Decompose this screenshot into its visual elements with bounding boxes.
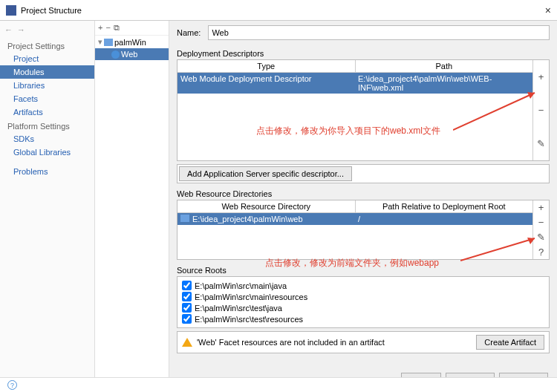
remove-icon[interactable]: −: [533, 215, 549, 230]
copy-icon[interactable]: ⧉: [114, 23, 120, 33]
window-title: Project Structure: [21, 6, 82, 15]
help-icon[interactable]: ?: [7, 380, 17, 390]
add-icon[interactable]: +: [533, 200, 549, 215]
status-bar: ?: [0, 377, 557, 392]
source-root-item[interactable]: E:\palmWin\src\test\java: [182, 302, 544, 313]
sidebar-item-libraries[interactable]: Libraries: [0, 79, 94, 92]
sidebar-item-facets[interactable]: Facets: [0, 92, 94, 105]
sidebar: ← → Project Settings Project Modules Lib…: [0, 21, 95, 377]
sidebar-item-modules[interactable]: Modules: [0, 65, 94, 79]
remove-icon[interactable]: −: [105, 23, 110, 33]
checkbox[interactable]: [182, 303, 192, 313]
name-label: Name:: [177, 28, 201, 37]
tree-item[interactable]: Web: [95, 48, 169, 60]
cell-relpath: /: [355, 213, 532, 225]
source-roots-box: E:\palmWin\src\main\java E:\palmWin\src\…: [177, 276, 550, 328]
sidebar-item-global-libraries[interactable]: Global Libraries: [0, 146, 94, 159]
remove-icon[interactable]: −: [533, 94, 549, 127]
col-dir: Web Resource Directory: [177, 200, 356, 212]
table-row[interactable]: Web Module Deployment Descriptor E:\idea…: [177, 73, 532, 94]
help-icon[interactable]: ?: [533, 244, 549, 259]
tree-panel: + − ⧉ ▾ palmWin Web: [95, 21, 169, 377]
create-artifact-button[interactable]: Create Artifact: [476, 335, 544, 350]
add-descriptor-button[interactable]: Add Application Server specific descript…: [179, 166, 352, 181]
table-row[interactable]: E:\idea_project4\palmWin\web /: [177, 213, 532, 225]
tree-label: palmWin: [114, 38, 146, 47]
section-header: Project Settings: [0, 39, 94, 52]
add-icon[interactable]: +: [98, 23, 102, 33]
edit-icon[interactable]: ✎: [533, 230, 549, 245]
titlebar: Project Structure ×: [0, 0, 557, 21]
source-roots-label: Source Roots: [177, 266, 550, 275]
resources-label: Web Resource Directories: [177, 189, 550, 198]
checkbox[interactable]: [182, 314, 192, 324]
checkbox[interactable]: [182, 292, 192, 301]
cell-path: E:\idea_project4\palmWin\web\WEB-INF\web…: [355, 73, 532, 94]
cell-dir: E:\idea_project4\palmWin\web: [177, 213, 355, 225]
warning-icon: [182, 338, 192, 347]
tree-label: Web: [121, 50, 137, 59]
web-icon: [111, 50, 120, 59]
warning-text: 'Web' Facet resources are not included i…: [197, 338, 385, 347]
content: Name: Deployment Descriptors Type Path W…: [169, 21, 557, 377]
sidebar-item-sdks[interactable]: SDKs: [0, 132, 94, 146]
add-icon[interactable]: +: [533, 60, 549, 94]
source-root-item[interactable]: E:\palmWin\src\main\resources: [182, 291, 544, 302]
col-type: Type: [177, 60, 356, 72]
deployment-label: Deployment Descriptors: [177, 49, 550, 58]
sidebar-item-artifacts[interactable]: Artifacts: [0, 105, 94, 119]
source-root-item[interactable]: E:\palmWin\src\test\resources: [182, 313, 544, 324]
sidebar-item-problems[interactable]: Problems: [0, 165, 94, 178]
section-header: Platform Settings: [0, 119, 94, 132]
source-root-item[interactable]: E:\palmWin\src\main\java: [182, 280, 544, 291]
back-icon[interactable]: ←: [4, 25, 13, 34]
col-relpath: Path Relative to Deployment Root: [356, 200, 533, 212]
edit-icon[interactable]: ✎: [533, 127, 549, 160]
deployment-table: Type Path Web Module Deployment Descript…: [177, 59, 550, 161]
name-input[interactable]: [208, 25, 550, 40]
resources-table: Web Resource Directory Path Relative to …: [177, 200, 550, 260]
checkbox[interactable]: [182, 281, 192, 290]
forward-icon[interactable]: →: [17, 25, 25, 34]
folder-icon: [104, 39, 113, 46]
warning-row: 'Web' Facet resources are not included i…: [177, 331, 550, 353]
sidebar-item-project[interactable]: Project: [0, 52, 94, 65]
tree-item[interactable]: ▾ palmWin: [95, 36, 169, 48]
cell-type: Web Module Deployment Descriptor: [177, 73, 355, 94]
col-path: Path: [356, 60, 533, 72]
close-icon[interactable]: ×: [545, 4, 551, 16]
app-icon: [6, 5, 16, 16]
